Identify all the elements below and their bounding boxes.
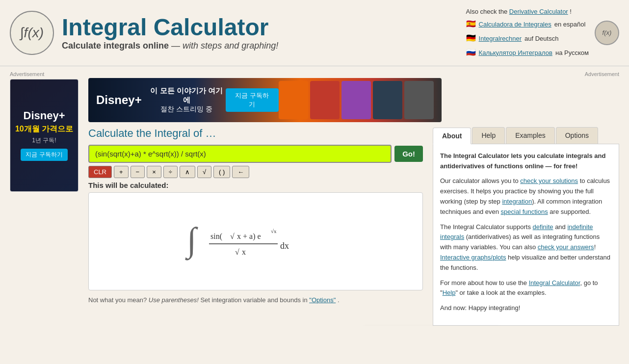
site-title: Integral Calculator — [62, 15, 278, 41]
svg-text:√: √ — [235, 248, 239, 256]
calculator-section: Calculate the Integral of … Go! CLR + − … — [88, 127, 619, 326]
input-row: Go! — [88, 145, 423, 163]
main-container: Advertisement Disney+ 10개월 가격으로 1년 구독! 지… — [0, 71, 629, 326]
about-bold-1: The Integral Calculator lets you calcula… — [440, 152, 605, 170]
tab-about[interactable]: About — [433, 128, 471, 144]
disney-logo: Disney+ — [96, 93, 142, 107]
integration-link[interactable]: integration — [502, 198, 532, 205]
top-ad-banner: Disney+ 이 모든 이야기가 여기에 절찬 스트리밍 중 지금 구독하기 — [88, 78, 442, 122]
indefinite-link[interactable]: indefinite integrals — [440, 223, 593, 241]
ad-movie-thumbnails — [279, 78, 434, 122]
definite-link[interactable]: definite — [533, 223, 553, 231]
math-formula-display: ∫ sin( √ x + a) e √x √ x — [182, 209, 329, 273]
header-left: ∫f(x) Integral Calculator Calculate inte… — [10, 11, 278, 55]
function-input[interactable] — [88, 145, 392, 163]
tabs-header: About Help Examples Options — [433, 127, 619, 144]
about-para-5: And now: Happy integrating! — [440, 303, 612, 313]
top-ad-subscribe-button[interactable]: 지금 구독하기 — [226, 88, 279, 112]
special-functions-link[interactable]: special functions — [501, 208, 548, 215]
disney-korean-text: 이 모든 이야기가 여기에 절찬 스트리밍 중 — [148, 86, 226, 114]
svg-text:∫: ∫ — [185, 221, 198, 260]
sidebar-ad-container: Advertisement Disney+ 10개월 가격으로 1년 구독! 지… — [10, 71, 79, 326]
not-what-rest: Set integration variable and bounds in — [200, 296, 309, 304]
svg-text:x + a) e: x + a) e — [237, 232, 261, 241]
go-button[interactable]: Go! — [394, 146, 423, 162]
svg-text:x: x — [242, 248, 246, 256]
header-title-block: Integral Calculator Calculate integrals … — [62, 15, 278, 51]
fx-badge: f(x) — [595, 21, 619, 45]
movie-thumb-2 — [310, 81, 340, 119]
parens-button[interactable]: ( ) — [213, 166, 230, 178]
not-what-text: Not what you mean? Use parentheses! Set … — [88, 295, 423, 306]
not-what-label: Not what you mean? — [88, 296, 147, 304]
options-link[interactable]: "Options" — [309, 296, 336, 304]
subtitle-plain: Calculate integrals online — [62, 41, 169, 51]
spanish-link[interactable]: Calculadora de Integrales — [479, 19, 551, 30]
spanish-suffix: en español — [554, 19, 586, 30]
tab-help[interactable]: Help — [472, 127, 505, 144]
about-para-4: For more about how to use the Integral C… — [440, 278, 612, 299]
flag-spain: 🇪🇸 — [466, 17, 476, 31]
calc-right-panel: About Help Examples Options The Integral… — [433, 127, 619, 326]
movie-thumb-4 — [373, 81, 402, 119]
about-para-3: The Integral Calculator supports definit… — [440, 222, 612, 273]
interactive-graphs-link[interactable]: Interactive graphs/plots — [440, 254, 506, 261]
check-solutions-link[interactable]: check your solutions — [520, 177, 578, 184]
sqrt-button[interactable]: √ — [197, 166, 211, 178]
tab-examples[interactable]: Examples — [506, 127, 554, 144]
derivative-calculator-link[interactable]: Derivative Calculator — [509, 8, 568, 15]
lang-link-spanish[interactable]: 🇪🇸 Calculadora de Integrales en español — [466, 17, 589, 31]
help-link[interactable]: Help — [443, 289, 456, 296]
flag-russia: 🇷🇺 — [466, 46, 476, 60]
header-right: Also check the Derivative Calculator ! 🇪… — [466, 6, 619, 60]
about-para-1: The Integral Calculator lets you calcula… — [440, 151, 612, 172]
top-ad-container: Advertisement Disney+ 이 모든 이야기가 여기에 절찬 스… — [88, 71, 619, 122]
clr-button[interactable]: CLR — [88, 166, 112, 178]
calc-left-panel: Calculate the Integral of … Go! CLR + − … — [88, 127, 423, 326]
not-what-end: . — [338, 296, 340, 304]
check-answers-link[interactable]: check your answers — [538, 243, 594, 251]
german-link[interactable]: Integralrechner — [479, 33, 522, 44]
svg-text:dx: dx — [280, 241, 289, 251]
content-area: Advertisement Disney+ 이 모든 이야기가 여기에 절찬 스… — [88, 71, 619, 326]
preview-label: This will be calculated: — [88, 181, 423, 189]
movie-thumb-1 — [279, 81, 308, 119]
about-para-2: Our calculator allows you to check your … — [440, 176, 612, 217]
integral-calc-link[interactable]: Integral Calculator — [529, 279, 580, 286]
top-ad-label: Advertisement — [88, 71, 619, 77]
tab-content-about: The Integral Calculator lets you calcula… — [433, 144, 619, 326]
minus-button[interactable]: − — [131, 166, 145, 178]
sidebar-ad-label: Advertisement — [10, 71, 79, 77]
tab-options[interactable]: Options — [556, 127, 598, 144]
header-links: Also check the Derivative Calculator ! 🇪… — [466, 6, 589, 60]
backspace-button[interactable]: ← — [232, 166, 249, 178]
site-subtitle: Calculate integrals online — with steps … — [62, 41, 278, 51]
german-suffix: auf Deutsch — [524, 33, 558, 44]
lang-link-german[interactable]: 🇩🇪 Integralrechner auf Deutsch — [466, 31, 589, 46]
site-logo: ∫f(x) — [10, 11, 54, 55]
site-header: ∫f(x) Integral Calculator Calculate inte… — [0, 0, 629, 66]
sidebar-ad-box: Disney+ 10개월 가격으로 1년 구독! 지금 구독하기 — [10, 79, 79, 192]
svg-text:√: √ — [230, 232, 235, 240]
logo-text: ∫f(x) — [20, 25, 44, 41]
russian-link[interactable]: Калькулятор Интегралов — [479, 47, 552, 58]
not-what-italic: Use parentheses! — [149, 296, 199, 304]
sidebar-korean-line1: 10개월 가격으로 — [15, 124, 73, 134]
russian-suffix: на Русском — [555, 47, 589, 58]
plus-button[interactable]: + — [114, 166, 129, 178]
power-button[interactable]: ∧ — [180, 166, 195, 178]
subtitle-dash: — — [171, 41, 183, 51]
flag-germany: 🇩🇪 — [466, 31, 476, 46]
integral-svg: ∫ sin( √ x + a) e √x √ x — [182, 209, 329, 273]
svg-text:sin(: sin( — [210, 232, 222, 241]
sidebar-korean-line2: 1년 구독! — [32, 136, 56, 145]
also-check-text: Also check the Derivative Calculator ! — [466, 6, 589, 17]
divide-button[interactable]: ÷ — [163, 166, 178, 178]
subtitle-italic: with steps and graphing! — [183, 41, 278, 51]
sidebar-subscribe-button[interactable]: 지금 구독하기 — [21, 149, 67, 161]
times-button[interactable]: × — [147, 166, 161, 178]
calc-title: Calculate the Integral of … — [88, 127, 423, 140]
svg-text:√x: √x — [271, 228, 277, 234]
movie-thumb-3 — [341, 81, 371, 119]
lang-link-russian[interactable]: 🇷🇺 Калькулятор Интегралов на Русском — [466, 46, 589, 60]
